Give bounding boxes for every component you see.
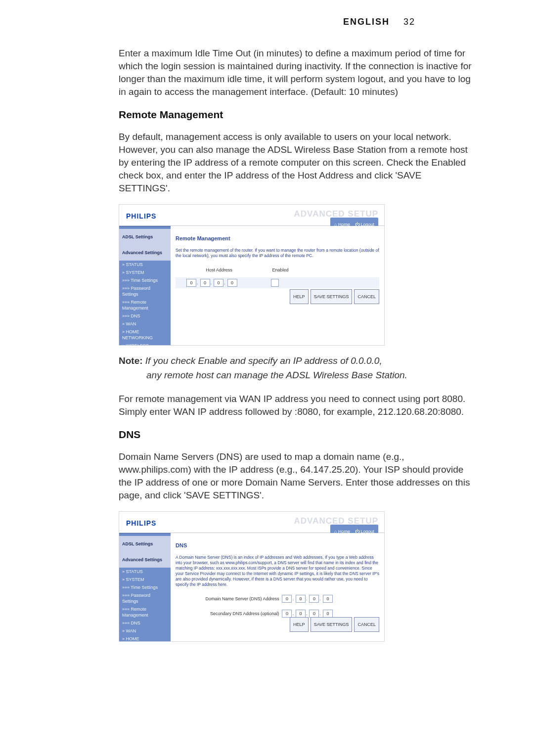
philips-logo: PHILIPS: [126, 210, 156, 222]
help-button[interactable]: HELP: [290, 617, 309, 632]
ip-octet-2[interactable]: 0: [200, 279, 210, 287]
page-header: ENGLISH 32: [30, 17, 504, 27]
note-line2: any remote host can manage the ADSL Wire…: [146, 369, 475, 382]
dns-primary-label: Domain Name Server (DNS) Address: [205, 592, 279, 605]
dns-heading: DNS: [119, 428, 475, 441]
after-note-text: For remote management via WAN IP address…: [119, 393, 475, 418]
sidebar-group-advanced: Advanced Settings: [119, 552, 171, 568]
sidebar-item[interactable]: » SYSTEM: [119, 268, 171, 276]
sidebar-group-adsl: ADSL Settings: [119, 229, 171, 245]
screenshot-sidebar: ADSL Settings Advanced Settings » STATUS…: [119, 533, 171, 642]
header-lang: ENGLISH: [343, 17, 390, 27]
screenshot-main: DNS A Domain Name Server (DNS) is an ind…: [171, 533, 384, 642]
panel-desc: A Domain Name Server (DNS) is an index o…: [176, 555, 379, 587]
sidebar-item[interactable]: » STATUS: [119, 568, 171, 576]
sidebar-group-adsl: ADSL Settings: [119, 536, 171, 552]
sidebar-item[interactable]: » WIRELESS: [119, 342, 171, 346]
dns-secondary-label: Secondary DNS Address (optional): [210, 607, 279, 620]
screenshot-dns: PHILIPS ADVANCED SETUP Home Logout ADSL …: [119, 511, 385, 642]
dns-ip-octet[interactable]: 0: [282, 595, 292, 603]
remote-management-body: By default, management access is only av…: [119, 131, 475, 195]
screenshot-sidebar: ADSL Settings Advanced Settings » STATUS…: [119, 226, 171, 346]
sidebar-item[interactable]: »»» DNS: [119, 619, 171, 627]
panel-title: DNS: [176, 539, 379, 552]
dns-ip-octet[interactable]: 0: [309, 595, 319, 603]
dns-ip-octet[interactable]: 0: [282, 610, 292, 618]
screenshot-topbar: PHILIPS ADVANCED SETUP Home Logout: [119, 512, 384, 533]
sidebar-item[interactable]: »»» DNS: [119, 312, 171, 320]
page-content: Enter a maximum Idle Time Out (in minute…: [119, 47, 475, 642]
sidebar-item[interactable]: »»» Password Settings: [119, 284, 171, 298]
dns-ip-octet[interactable]: 0: [323, 595, 333, 603]
philips-logo: PHILIPS: [126, 517, 156, 530]
note-line1: Note: If you check Enable and specify an…: [119, 355, 475, 367]
dns-ip-octet[interactable]: 0: [309, 610, 319, 618]
page: ENGLISH 32 Enter a maximum Idle Time Out…: [30, 0, 504, 756]
ip-octet-4[interactable]: 0: [227, 279, 237, 287]
note-label: Note:: [119, 356, 143, 366]
save-button[interactable]: SAVE SETTINGS: [311, 289, 353, 304]
dns-ip-octet[interactable]: 0: [296, 610, 306, 618]
col-host-address: Host Address: [186, 264, 252, 276]
enabled-checkbox[interactable]: [271, 279, 279, 287]
sidebar-item[interactable]: » WAN: [119, 320, 171, 328]
sidebar-item[interactable]: » HOME NETWORKING: [119, 635, 171, 642]
screenshot-remote-management: PHILIPS ADVANCED SETUP Home Logout ADSL …: [119, 204, 385, 346]
intro-text: Enter a maximum Idle Time Out (in minute…: [119, 47, 475, 98]
sidebar-item[interactable]: » SYSTEM: [119, 576, 171, 583]
screenshot-main: Remote Management Set the remote managem…: [171, 226, 384, 346]
panel-desc: Set the remote management of the router.…: [176, 248, 379, 259]
sidebar-item[interactable]: »»» Time Settings: [119, 583, 171, 591]
ip-octet-1[interactable]: 0: [186, 279, 196, 287]
help-button[interactable]: HELP: [290, 289, 309, 304]
remote-management-heading: Remote Management: [119, 108, 475, 121]
dns-body: Domain Name Servers (DNS) are used to ma…: [119, 450, 475, 502]
sidebar-item[interactable]: »»» Remote Management: [119, 605, 171, 619]
cancel-button[interactable]: CANCEL: [354, 289, 379, 304]
sidebar-item[interactable]: » WAN: [119, 627, 171, 635]
sidebar-item[interactable]: »»» Remote Management: [119, 298, 171, 312]
note-text-1: If you check Enable and specify an IP ad…: [145, 356, 382, 366]
dns-ip-octet[interactable]: 0: [323, 610, 333, 618]
col-enabled: Enabled: [261, 264, 300, 276]
sidebar-item[interactable]: » STATUS: [119, 261, 171, 268]
ip-octet-3[interactable]: 0: [214, 279, 223, 287]
sidebar-item[interactable]: »»» Password Settings: [119, 591, 171, 605]
screenshot-topbar: PHILIPS ADVANCED SETUP Home Logout: [119, 205, 384, 226]
save-button[interactable]: SAVE SETTINGS: [311, 617, 353, 632]
panel-title: Remote Management: [176, 232, 379, 245]
dns-ip-octet[interactable]: 0: [296, 595, 306, 603]
header-page-number: 32: [403, 17, 415, 27]
host-address-row: 0 0 0 0: [176, 277, 379, 288]
cancel-button[interactable]: CANCEL: [354, 617, 379, 632]
sidebar-item[interactable]: » HOME NETWORKING: [119, 328, 171, 342]
dns-primary-row: Domain Name Server (DNS) Address 0 0 0 0: [176, 592, 335, 605]
sidebar-group-advanced: Advanced Settings: [119, 245, 171, 261]
sidebar-item[interactable]: »»» Time Settings: [119, 276, 171, 284]
